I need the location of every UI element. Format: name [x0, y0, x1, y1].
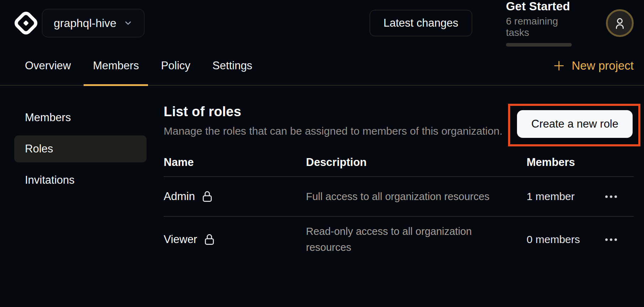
user-icon — [612, 16, 627, 31]
sidebar-roles-label: Roles — [25, 142, 53, 155]
get-started-title: Get Started — [506, 0, 572, 13]
new-project-label: New project — [572, 59, 634, 72]
table-row-admin: Admin Full access to all organization re… — [164, 177, 634, 217]
role-description: Read-only access to all organization res… — [306, 223, 527, 255]
create-new-role-button[interactable]: Create a new role — [517, 110, 633, 138]
tab-overview[interactable]: Overview — [16, 46, 80, 85]
tab-members[interactable]: Members — [84, 46, 148, 85]
column-description: Description — [306, 156, 527, 169]
table-row-viewer: Viewer Read-only access to all organizat… — [164, 217, 634, 262]
ellipsis-icon[interactable] — [605, 192, 634, 201]
lock-icon — [204, 233, 215, 246]
user-avatar[interactable] — [606, 9, 634, 37]
latest-changes-label: Latest changes — [384, 17, 458, 29]
tab-policy[interactable]: Policy — [152, 46, 200, 85]
org-selector[interactable]: graphql-hive — [42, 9, 144, 37]
org-name: graphql-hive — [54, 17, 116, 30]
role-name: Viewer — [164, 233, 197, 246]
tab-members-label: Members — [93, 59, 139, 72]
column-members: Members — [527, 156, 605, 169]
tab-settings-label: Settings — [212, 59, 252, 72]
column-name: Name — [164, 156, 306, 169]
tab-policy-label: Policy — [161, 59, 190, 72]
role-member-count: 0 members — [527, 233, 605, 246]
tab-overview-label: Overview — [25, 59, 71, 72]
roles-table-header: Name Description Members — [164, 149, 634, 177]
role-member-count: 1 member — [527, 190, 605, 203]
create-role-area: Create a new role — [517, 110, 633, 138]
ellipsis-icon[interactable] — [605, 235, 634, 244]
top-header: graphql-hive Latest changes Get Started … — [0, 0, 644, 46]
sidebar-item-members[interactable]: Members — [14, 104, 147, 131]
role-description: Full access to all organization resource… — [306, 189, 527, 205]
sidebar-members-label: Members — [25, 111, 71, 124]
chevron-down-icon — [123, 18, 133, 28]
plus-icon — [553, 59, 565, 72]
hive-logo[interactable] — [14, 11, 38, 35]
page-subtitle: Manage the roles that can be assigned to… — [164, 125, 502, 137]
get-started-widget[interactable]: Get Started 6 remaining tasks — [506, 0, 572, 47]
latest-changes-button[interactable]: Latest changes — [370, 10, 472, 36]
org-tabbar: Overview Members Policy Settings New pro… — [0, 46, 644, 86]
members-sidebar: Members Roles Invitations — [14, 104, 147, 262]
sidebar-invitations-label: Invitations — [25, 174, 75, 187]
new-project-button[interactable]: New project — [553, 59, 634, 72]
roles-panel: List of roles Manage the roles that can … — [164, 104, 634, 262]
role-name: Admin — [164, 190, 195, 203]
sidebar-item-invitations[interactable]: Invitations — [14, 167, 147, 194]
page-title: List of roles — [164, 104, 502, 119]
members-page: Members Roles Invitations List of roles … — [0, 86, 644, 262]
get-started-subtitle: 6 remaining tasks — [506, 16, 572, 38]
roles-header-text: List of roles Manage the roles that can … — [164, 104, 502, 137]
sidebar-item-roles[interactable]: Roles — [14, 135, 147, 162]
tab-settings[interactable]: Settings — [203, 46, 262, 85]
roles-table: Name Description Members Admin Full acce… — [164, 149, 634, 262]
lock-icon — [201, 190, 213, 203]
